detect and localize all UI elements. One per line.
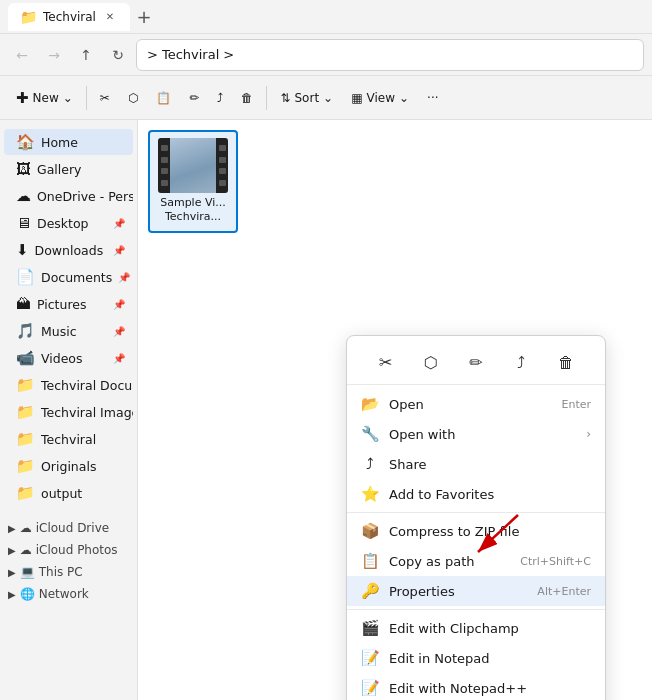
sidebar-icloud-drive-label: iCloud Drive [36, 521, 109, 535]
film-hole [219, 145, 226, 151]
sidebar-item-music[interactable]: 🎵 Music 📌 [4, 318, 133, 344]
ctx-compress-label: Compress to ZIP file [389, 524, 591, 539]
sidebar-section-icloud[interactable]: ▶ ☁ iCloud Drive [0, 515, 137, 537]
file-item-sample-video[interactable]: Sample Vi... Techvira... [148, 130, 238, 233]
film-hole [219, 180, 226, 186]
ctx-open-with[interactable]: 🔧 Open with › [347, 419, 605, 449]
more-button[interactable]: ··· [419, 86, 446, 110]
ctx-open-label: Open [389, 397, 551, 412]
sort-label: Sort [295, 91, 320, 105]
originals-icon: 📁 [16, 457, 35, 475]
toolbar-separator-2 [266, 86, 267, 110]
sidebar-item-techviral-images[interactable]: 📁 Techviral Images [4, 399, 133, 425]
ctx-edit-clipchamp-label: Edit with Clipchamp [389, 621, 591, 636]
pictures-pin-icon: 📌 [113, 299, 125, 310]
ctx-properties-shortcut: Alt+Enter [537, 585, 591, 598]
up-button[interactable]: ↑ [72, 41, 100, 69]
breadcrumb-techviral[interactable]: Techviral [162, 47, 219, 62]
open-with-arrow-icon: › [586, 427, 591, 441]
ctx-open[interactable]: 📂 Open Enter [347, 389, 605, 419]
thispc-chevron: ▶ [8, 567, 16, 578]
ctx-add-favorites[interactable]: ⭐ Add to Favorites [347, 479, 605, 509]
new-chevron: ⌄ [63, 91, 73, 105]
ctx-share-button[interactable]: ⤴ [505, 346, 537, 378]
sidebar-section-thispc[interactable]: ▶ 💻 This PC [0, 559, 137, 581]
add-favorites-icon: ⭐ [361, 485, 379, 503]
ctx-edit-notepad[interactable]: 📝 Edit in Notepad [347, 643, 605, 673]
sidebar-item-desktop[interactable]: 🖥 Desktop 📌 [4, 210, 133, 236]
network-icon: 🌐 [20, 587, 35, 601]
back-button[interactable]: ← [8, 41, 36, 69]
pictures-icon: 🏔 [16, 295, 31, 313]
sidebar-item-downloads[interactable]: ⬇ Downloads 📌 [4, 237, 133, 263]
sidebar-section-network[interactable]: ▶ 🌐 Network [0, 581, 137, 603]
active-tab[interactable]: 📁 Techviral ✕ [8, 3, 130, 31]
address-bar[interactable]: > Techviral > [136, 39, 644, 71]
gallery-icon: 🖼 [16, 160, 31, 178]
sidebar-item-pictures[interactable]: 🏔 Pictures 📌 [4, 291, 133, 317]
copy-button[interactable]: ⬡ [120, 86, 146, 110]
new-tab-button[interactable]: + [130, 3, 158, 31]
home-icon: 🏠 [16, 133, 35, 151]
sidebar-music-label: Music [41, 324, 77, 339]
ctx-compress[interactable]: 📦 Compress to ZIP file [347, 516, 605, 546]
sidebar-techviral-label: Techviral [41, 432, 96, 447]
sidebar-network-label: Network [39, 587, 89, 601]
videos-icon: 📹 [16, 349, 35, 367]
delete-button[interactable]: 🗑 [233, 86, 261, 110]
refresh-button[interactable]: ↻ [104, 41, 132, 69]
ctx-edit-clipchamp[interactable]: 🎬 Edit with Clipchamp [347, 613, 605, 643]
sidebar-item-output[interactable]: 📁 output [4, 480, 133, 506]
file-name: Sample Vi... Techvira... [160, 196, 226, 225]
sidebar-item-techviral-docum[interactable]: 📁 Techviral Docum... 📌 [4, 372, 133, 398]
ctx-separator-1 [347, 512, 605, 513]
sidebar-item-onedrive[interactable]: ☁ OneDrive - Persona [4, 183, 133, 209]
paste-button[interactable]: 📋 [148, 86, 179, 110]
downloads-pin-icon: 📌 [113, 245, 125, 256]
sidebar-item-gallery[interactable]: 🖼 Gallery [4, 156, 133, 182]
sidebar-techviral-images-label: Techviral Images [41, 405, 133, 420]
techviral-icon: 📁 [16, 430, 35, 448]
sidebar-gallery-label: Gallery [37, 162, 82, 177]
ctx-edit-notepadpp[interactable]: 📝 Edit with Notepad++ [347, 673, 605, 700]
sidebar-section-icloud-photos[interactable]: ▶ ☁ iCloud Photos [0, 537, 137, 559]
ctx-rename-button[interactable]: ✏ [460, 346, 492, 378]
ctx-cut-button[interactable]: ✂ [370, 346, 402, 378]
forward-button[interactable]: → [40, 41, 68, 69]
sidebar-item-originals[interactable]: 📁 Originals [4, 453, 133, 479]
sidebar-item-videos[interactable]: 📹 Videos 📌 [4, 345, 133, 371]
documents-pin-icon: 📌 [118, 272, 130, 283]
sidebar-originals-label: Originals [41, 459, 96, 474]
ctx-share[interactable]: ⤴ Share [347, 449, 605, 479]
film-hole [161, 180, 168, 186]
videos-pin-icon: 📌 [113, 353, 125, 364]
network-chevron: ▶ [8, 589, 16, 600]
tab-close-button[interactable]: ✕ [102, 9, 118, 25]
film-hole [161, 168, 168, 174]
ctx-delete-button[interactable]: 🗑 [550, 346, 582, 378]
cut-button[interactable]: ✂ [92, 86, 118, 110]
paste-icon: 📋 [156, 91, 171, 105]
music-pin-icon: 📌 [113, 326, 125, 337]
new-icon: ✚ [16, 89, 29, 107]
sidebar-item-documents[interactable]: 📄 Documents 📌 [4, 264, 133, 290]
new-label: New [33, 91, 59, 105]
rename-button[interactable]: ✏ [181, 86, 207, 110]
ctx-properties[interactable]: 🔑 Properties Alt+Enter [347, 576, 605, 606]
new-button[interactable]: ✚ New ⌄ [8, 84, 81, 112]
sidebar-videos-label: Videos [41, 351, 83, 366]
sort-button[interactable]: ⇅ Sort ⌄ [272, 86, 341, 110]
sidebar-output-label: output [41, 486, 82, 501]
sidebar-item-home[interactable]: 🏠 Home [4, 129, 133, 155]
sidebar-item-techviral[interactable]: 📁 Techviral [4, 426, 133, 452]
icloud-photos-icon: ☁ [20, 543, 32, 557]
ctx-copy-path[interactable]: 📋 Copy as path Ctrl+Shift+C [347, 546, 605, 576]
view-button[interactable]: ▦ View ⌄ [343, 86, 417, 110]
share-icon: ⤴ [217, 91, 223, 105]
ctx-copy-button[interactable]: ⬡ [415, 346, 447, 378]
notepadpp-icon: 📝 [361, 679, 379, 697]
share-button[interactable]: ⤴ [209, 86, 231, 110]
ctx-open-shortcut: Enter [561, 398, 591, 411]
view-chevron: ⌄ [399, 91, 409, 105]
copy-icon: ⬡ [128, 91, 138, 105]
